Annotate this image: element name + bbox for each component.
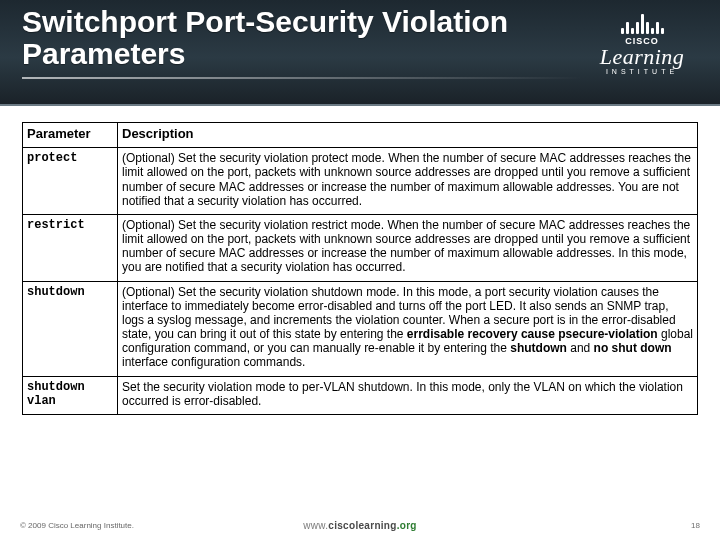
slide-header: Switchport Port-Security Violation Param… [0, 0, 720, 106]
table-row: shutdown (Optional) Set the security vio… [23, 281, 698, 376]
slide-footer: © 2009 Cisco Learning Institute. www.cis… [0, 516, 720, 534]
table-header-row: Parameter Description [23, 123, 698, 148]
table-row: shutdown vlan Set the security violation… [23, 376, 698, 414]
desc-cell: Set the security violation mode to per-V… [118, 376, 698, 414]
footer-url: www.ciscolearning.org [303, 520, 417, 531]
header-description: Description [118, 123, 698, 148]
slide-body: Parameter Description protect (Optional)… [0, 106, 720, 415]
table-row: protect (Optional) Set the security viol… [23, 148, 698, 215]
desc-cell: (Optional) Set the security violation pr… [118, 148, 698, 215]
copyright-text: © 2009 Cisco Learning Institute. [20, 521, 134, 530]
param-cell: shutdown [23, 281, 118, 376]
param-cell: restrict [23, 214, 118, 281]
url-prefix: www. [303, 520, 328, 531]
param-cell: protect [23, 148, 118, 215]
param-cell: shutdown vlan [23, 376, 118, 414]
title-underline [22, 77, 582, 79]
header-parameter: Parameter [23, 123, 118, 148]
url-main: ciscolearning [328, 520, 396, 531]
title-block: Switchport Port-Security Violation Param… [22, 6, 570, 79]
url-suffix: .org [397, 520, 417, 531]
cmd-shutdown: shutdown [510, 341, 567, 355]
desc-text: and [567, 341, 594, 355]
page-number: 18 [691, 521, 700, 530]
cmd-errdisable: errdisable recovery cause psecure-violat… [407, 327, 658, 341]
parameters-table: Parameter Description protect (Optional)… [22, 122, 698, 415]
cmd-no-shut-down: no shut down [594, 341, 672, 355]
cisco-bars-icon [582, 12, 702, 34]
cisco-learning-logo: CISCO Learning INSTITUTE [582, 12, 702, 75]
slide-title: Switchport Port-Security Violation Param… [22, 6, 570, 71]
desc-cell: (Optional) Set the security violation sh… [118, 281, 698, 376]
slide: Switchport Port-Security Violation Param… [0, 0, 720, 540]
desc-cell: (Optional) Set the security violation re… [118, 214, 698, 281]
logo-line1: Learning [582, 44, 702, 70]
desc-text: interface configuration commands. [122, 355, 305, 369]
table-row: restrict (Optional) Set the security vio… [23, 214, 698, 281]
